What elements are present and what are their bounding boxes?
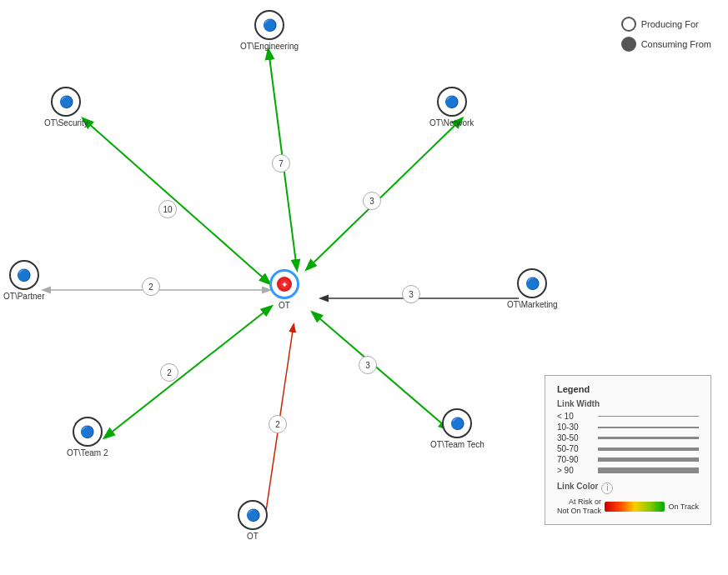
svg-line-5 [110, 307, 271, 433]
teamtech-edge-label: 3 [359, 356, 377, 374]
center-node-label: OT [279, 301, 290, 310]
network-icon: 🔵 [444, 95, 459, 108]
svg-line-2 [307, 123, 457, 269]
legend-label-10-30: 10-30 [557, 422, 595, 432]
legend-row-30-50: 30-50 [557, 433, 699, 442]
engineering-edge-label: 7 [272, 154, 290, 172]
top-legend: Producing For Consuming From [621, 17, 711, 57]
team2-node[interactable]: 🔵 OT\Team 2 [67, 417, 108, 458]
teamtech-node-label: OT\Team Tech [430, 440, 484, 449]
legend-title: Legend [557, 384, 699, 394]
center-node-circle [269, 269, 299, 299]
engineering-node-label: OT\Engineering [240, 42, 299, 51]
team2-node-circle: 🔵 [73, 417, 103, 447]
network-node-circle: 🔵 [437, 87, 467, 117]
legend-line-gt90 [598, 468, 699, 473]
security-icon: 🔵 [59, 95, 73, 108]
network-edge-label: 3 [363, 192, 381, 210]
color-right-label: On Track [668, 502, 699, 511]
legend-row-lt10: < 10 [557, 412, 699, 421]
ot-bottom-node-circle: 🔵 [238, 500, 268, 530]
color-left-label: At Risk orNot On Track [557, 498, 601, 516]
engineering-icon: 🔵 [263, 18, 277, 32]
link-width-subtitle: Link Width [557, 399, 699, 408]
teamtech-node-circle: 🔵 [442, 408, 472, 438]
network-node-label: OT\Network [429, 118, 474, 128]
legend-row-50-70: 50-70 [557, 444, 699, 453]
partner-node[interactable]: 🔵 OT\Partner [3, 260, 44, 301]
security-edge-label: 10 [158, 200, 177, 218]
producing-for-label: Producing For [641, 19, 699, 29]
legend-label-gt90: > 90 [557, 466, 595, 475]
marketing-node[interactable]: 🔵 OT\Marketing [507, 268, 558, 309]
ot-bottom-icon: 🔵 [246, 508, 260, 522]
link-color-section: Link Color i At Risk orNot On Track On T… [557, 482, 699, 516]
ot-bottom-node[interactable]: 🔵 OT [238, 500, 268, 541]
partner-node-circle: 🔵 [9, 260, 39, 290]
teamtech-icon: 🔵 [450, 417, 464, 430]
legend-line-lt10 [598, 416, 699, 417]
legend-line-50-70 [598, 448, 699, 451]
team2-node-label: OT\Team 2 [67, 448, 108, 458]
color-bar-container: At Risk orNot On Track On Track [557, 498, 699, 516]
team2-edge-label: 2 [160, 363, 178, 382]
color-bar [605, 502, 665, 512]
link-color-subtitle: Link Color [557, 482, 598, 491]
marketing-icon: 🔵 [525, 277, 540, 290]
consuming-from-legend-item: Consuming From [621, 37, 711, 52]
teamtech-node[interactable]: 🔵 OT\Team Tech [430, 408, 484, 449]
producing-for-icon [621, 17, 636, 32]
link-color-info-icon: i [601, 482, 613, 494]
legend-box: Legend Link Width < 10 10-30 30-50 50-70… [545, 375, 711, 525]
legend-row-gt90: > 90 [557, 466, 699, 475]
legend-row-10-30: 10-30 [557, 422, 699, 432]
partner-icon: 🔵 [17, 268, 31, 282]
marketing-node-label: OT\Marketing [507, 300, 558, 309]
engineering-node-circle: 🔵 [254, 10, 284, 40]
center-node-icon [277, 277, 292, 292]
ot-bottom-edge-label: 2 [269, 415, 287, 433]
legend-label-30-50: 30-50 [557, 433, 595, 442]
consuming-from-label: Consuming From [641, 39, 711, 49]
partner-node-label: OT\Partner [3, 292, 44, 301]
partner-edge-label: 2 [142, 278, 160, 296]
engineering-node[interactable]: 🔵 OT\Engineering [240, 10, 299, 51]
producing-for-legend-item: Producing For [621, 17, 711, 32]
ot-bottom-node-label: OT [247, 532, 259, 541]
team2-icon: 🔵 [80, 425, 94, 438]
svg-line-6 [313, 312, 444, 425]
security-node-circle: 🔵 [51, 87, 81, 117]
consuming-from-icon [621, 37, 636, 52]
security-node-label: OT\Security [44, 118, 88, 128]
legend-label-50-70: 50-70 [557, 444, 595, 453]
marketing-edge-label: 3 [402, 285, 420, 303]
legend-line-10-30 [598, 427, 699, 428]
svg-line-1 [88, 123, 269, 283]
legend-line-70-90 [598, 458, 699, 462]
center-node[interactable]: OT [269, 269, 299, 310]
legend-row-70-90: 70-90 [557, 455, 699, 464]
legend-line-30-50 [598, 437, 699, 439]
legend-label-70-90: 70-90 [557, 455, 595, 464]
marketing-node-circle: 🔵 [517, 268, 547, 298]
security-node[interactable]: 🔵 OT\Security [44, 87, 88, 128]
legend-label-lt10: < 10 [557, 412, 595, 421]
network-node[interactable]: 🔵 OT\Network [429, 87, 474, 128]
